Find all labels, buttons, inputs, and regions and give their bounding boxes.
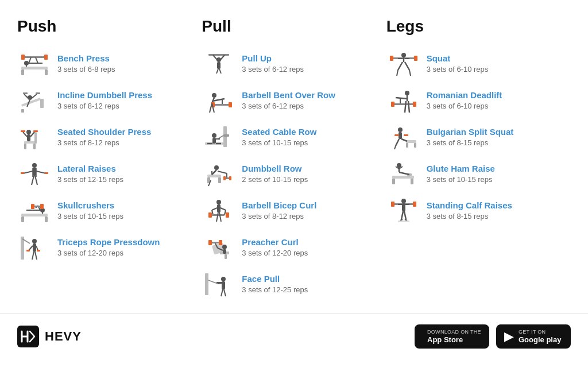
svg-line-67 (219, 69, 221, 73)
svg-rect-8 (44, 55, 48, 60)
svg-line-10 (36, 57, 38, 63)
svg-line-102 (220, 208, 226, 210)
svg-rect-148 (406, 143, 408, 148)
glute-ham-info: Glute Ham Raise 3 sets of 10-15 reps (427, 163, 495, 185)
svg-rect-57 (26, 250, 30, 252)
svg-point-121 (221, 277, 226, 281)
exercise-sets: 3 sets of 10-15 reps (427, 175, 495, 185)
svg-rect-105 (208, 212, 212, 218)
svg-point-68 (212, 93, 216, 98)
svg-rect-42 (45, 216, 48, 222)
exercise-name: Romanian Deadlift (427, 90, 502, 101)
svg-rect-40 (21, 214, 48, 216)
exercise-sets: 3 sets of 10-15 reps (57, 211, 123, 222)
dumbbell-row-icon (202, 160, 236, 188)
logo-area: HEVY (17, 326, 82, 347)
svg-line-101 (212, 210, 213, 215)
triceps-rope-icon (17, 233, 52, 262)
list-item: Glute Ham Raise 3 sets of 10-15 reps (386, 156, 559, 192)
svg-rect-167 (391, 202, 394, 207)
bulgarian-split-icon (386, 123, 421, 152)
google-play-icon: ▶ (504, 330, 514, 343)
exercise-name: Triceps Rope Pressdown (57, 237, 160, 248)
pull-up-icon (202, 49, 236, 78)
cable-row-icon (202, 123, 236, 152)
svg-line-60 (35, 252, 37, 260)
svg-rect-149 (414, 143, 416, 148)
face-pull-icon (202, 270, 236, 299)
svg-line-174 (404, 211, 406, 219)
svg-rect-13 (21, 109, 24, 113)
svg-rect-158 (392, 179, 395, 184)
hevy-logo-text: HEVY (45, 329, 82, 344)
list-item: Standing Calf Raises 3 sets of 8-15 reps (386, 193, 559, 229)
svg-rect-2 (45, 69, 48, 75)
svg-rect-61 (208, 54, 229, 56)
svg-point-90 (214, 165, 219, 170)
svg-rect-50 (40, 204, 44, 209)
exercise-sets: 3 sets of 6-12 reps (242, 101, 335, 111)
exercise-sets: 3 sets of 12-25 reps (242, 285, 308, 295)
exercise-name: Skullcrushers (57, 200, 123, 211)
svg-line-154 (396, 139, 399, 146)
svg-rect-117 (208, 240, 212, 245)
shoulder-press-icon (17, 123, 52, 152)
svg-line-26 (23, 132, 27, 137)
exercise-name: Lateral Raises (57, 163, 123, 175)
svg-line-176 (405, 219, 407, 220)
svg-rect-142 (393, 103, 414, 105)
incline-dumbbell-icon (17, 86, 52, 115)
exercise-sets: 3 sets of 6-12 reps (242, 64, 304, 75)
calf-raises-icon (386, 196, 421, 225)
squat-icon (386, 49, 421, 78)
svg-rect-116 (211, 242, 220, 243)
svg-rect-1 (21, 69, 24, 75)
svg-line-16 (31, 94, 37, 99)
svg-line-156 (401, 139, 407, 141)
svg-line-59 (32, 252, 34, 260)
exercise-sets: 3 sets of 12-20 reps (57, 248, 160, 258)
svg-line-175 (400, 219, 403, 220)
shoulder-press-info: Seated Shoulder Press 3 sets of 8-12 rep… (57, 126, 151, 148)
svg-point-130 (401, 53, 406, 57)
svg-line-140 (396, 98, 407, 99)
list-item: Squat 3 sets of 6-10 reps (386, 46, 559, 82)
push-exercise-list: Bench Press 3 sets of 6-8 reps (17, 46, 190, 265)
svg-rect-0 (21, 67, 48, 69)
push-column: Push (17, 17, 202, 302)
svg-rect-99 (217, 204, 220, 212)
google-play-button[interactable]: ▶ GET IT ON Google play (496, 324, 571, 349)
pull-up-info: Pull Up 3 sets of 6-12 reps (242, 53, 304, 75)
app-store-button[interactable]: Download on the App Store (415, 324, 489, 349)
svg-rect-54 (33, 243, 36, 252)
svg-rect-147 (406, 140, 416, 143)
skullcrushers-icon (17, 196, 52, 225)
svg-line-155 (394, 146, 396, 149)
bench-press-icon (17, 49, 52, 78)
exercise-sets: 3 sets of 12-20 reps (242, 248, 308, 258)
list-item: Pull Up 3 sets of 6-12 reps (202, 46, 374, 82)
svg-rect-88 (218, 177, 221, 183)
svg-rect-20 (24, 141, 36, 144)
svg-rect-36 (21, 172, 24, 174)
svg-rect-37 (45, 172, 48, 174)
svg-line-173 (401, 211, 403, 219)
svg-rect-159 (411, 179, 413, 184)
exercise-name: Seated Shoulder Press (57, 126, 151, 138)
svg-line-38 (32, 176, 34, 185)
svg-rect-58 (37, 250, 40, 252)
app-store-main: App Store (427, 335, 481, 345)
pull-column: Pull (202, 17, 386, 302)
incline-dumbbell-info: Incline Dumbbell Press 3 sets of 8-12 re… (57, 90, 152, 111)
bulgarian-split-info: Bulgarian Split Squat 3 sets of 8-15 rep… (427, 126, 514, 148)
svg-line-92 (218, 171, 227, 173)
bicep-curl-icon (202, 196, 236, 225)
app-store-sub: Download on the (427, 329, 481, 335)
hevy-logo-icon (17, 326, 39, 347)
svg-rect-7 (21, 55, 25, 60)
exercise-name: Dumbbell Row (242, 163, 308, 175)
bent-over-row-info: Barbell Bent Over Row 3 sets of 6-12 rep… (242, 90, 335, 111)
list-item: Skullcrushers 3 sets of 10-15 reps (17, 193, 190, 229)
svg-rect-106 (226, 212, 229, 218)
svg-line-146 (408, 101, 409, 113)
